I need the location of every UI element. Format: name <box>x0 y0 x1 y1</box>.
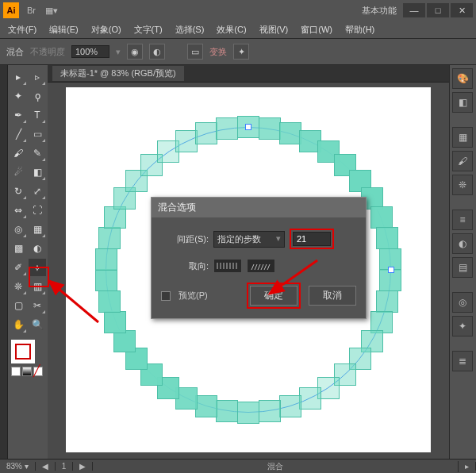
orientation-label: 取向: <box>161 260 209 272</box>
free-transform-tool[interactable]: ⛶ <box>29 202 46 219</box>
brushes-panel-icon[interactable]: 🖌 <box>452 151 473 171</box>
line-tool[interactable]: ╱ <box>10 125 27 143</box>
status-tool: 混合 <box>93 461 459 472</box>
anchor-right[interactable] <box>388 267 394 273</box>
close-button[interactable]: ✕ <box>451 3 473 17</box>
document-tab-bar: 未标题-1* @ 83% (RGB/预览) <box>48 65 449 83</box>
arrange-icon[interactable]: ▦▾ <box>42 4 61 17</box>
bridge-icon[interactable]: Br <box>24 4 39 17</box>
menu-file[interactable]: 文件(F) <box>3 22 41 37</box>
cancel-button[interactable]: 取消 <box>309 286 356 306</box>
svg-line-10 <box>261 264 263 270</box>
preview-checkbox[interactable] <box>161 291 171 301</box>
annotation-value-highlight: 21 <box>290 229 334 249</box>
mesh-tool[interactable]: ▩ <box>10 240 27 257</box>
menu-window[interactable]: 窗口(W) <box>296 22 337 37</box>
selection-tool[interactable]: ▸ <box>10 68 27 86</box>
shape-builder-tool[interactable]: ◎ <box>10 221 27 238</box>
swatches-panel-icon[interactable]: ▦ <box>452 127 473 148</box>
perspective-grid-tool[interactable]: ▦ <box>29 221 46 238</box>
pencil-tool[interactable]: ✎ <box>29 144 46 162</box>
pen-tool[interactable]: ✒ <box>10 106 27 124</box>
document-tab[interactable]: 未标题-1* @ 83% (RGB/预览) <box>52 66 184 81</box>
menu-help[interactable]: 帮助(H) <box>340 22 379 37</box>
title-bar: Ai Br ▦▾ 基本功能 — □ ✕ <box>0 0 476 21</box>
scale-tool[interactable]: ⤢ <box>29 183 46 200</box>
gradient-mode-icon[interactable] <box>22 367 32 376</box>
workspace-switcher[interactable]: 基本功能 <box>362 5 397 17</box>
status-menu[interactable]: ▸ <box>459 462 476 471</box>
fill-stroke-swatch[interactable]: ╱ <box>10 338 46 378</box>
none-mode-icon[interactable]: ╱ <box>33 367 43 376</box>
orientation-align-page[interactable] <box>213 259 242 273</box>
spacing-value-input[interactable]: 21 <box>293 232 331 246</box>
artboard-tool[interactable]: ▢ <box>10 297 27 314</box>
slice-tool[interactable]: ✂ <box>29 297 46 314</box>
transform-icon[interactable]: ✦ <box>233 44 249 60</box>
symbol-sprayer-tool[interactable]: ❊ <box>10 278 27 295</box>
blend-step <box>299 387 321 410</box>
layers-panel-icon[interactable]: ≣ <box>452 351 473 371</box>
nav-next[interactable]: ▶ <box>73 462 93 471</box>
transform-label[interactable]: 变换 <box>209 46 227 58</box>
rectangle-tool[interactable]: ▭ <box>29 125 46 143</box>
stroke-panel-icon[interactable]: ≡ <box>452 210 473 230</box>
paintbrush-tool[interactable]: 🖌 <box>10 144 27 162</box>
anchor-top[interactable] <box>245 124 251 130</box>
gradient-panel-icon[interactable]: ◐ <box>452 233 473 254</box>
color-panel-icon[interactable]: 🎨 <box>452 68 473 89</box>
transparency-panel-icon[interactable]: ▤ <box>452 257 473 278</box>
symbols-panel-icon[interactable]: ❊ <box>452 175 473 195</box>
zoom-level[interactable]: 83% ▾ <box>0 462 36 471</box>
rotate-tool[interactable]: ↻ <box>10 183 27 200</box>
left-gutter <box>0 65 8 459</box>
svg-line-11 <box>264 264 267 270</box>
menu-effect[interactable]: 效果(C) <box>212 22 251 37</box>
graphic-styles-panel-icon[interactable]: ✦ <box>452 316 473 336</box>
direct-selection-tool[interactable]: ▹ <box>29 68 46 86</box>
blend-step <box>113 330 136 352</box>
spacing-mode-select[interactable]: 指定的步数 ▾ <box>213 231 285 248</box>
orientation-align-path[interactable] <box>247 259 275 273</box>
right-panel-dock: 🎨 ◧ ▦ 🖌 ❊ ≡ ◐ ▤ ◎ ✦ ≣ <box>449 65 476 459</box>
blend-step <box>98 290 121 313</box>
spacing-label: 间距(S): <box>161 233 209 245</box>
zoom-tool[interactable]: 🔍 <box>29 316 46 333</box>
menu-view[interactable]: 视图(V) <box>255 22 294 37</box>
opacity-input[interactable]: 100% <box>71 45 109 58</box>
blob-brush-tool[interactable]: ☄ <box>10 163 27 181</box>
nav-page[interactable]: 1 <box>56 462 74 471</box>
maximize-button[interactable]: □ <box>427 3 449 17</box>
eraser-tool[interactable]: ◧ <box>29 163 46 181</box>
menu-select[interactable]: 选择(S) <box>171 22 209 37</box>
annotation-tool-highlight <box>29 267 49 287</box>
tools-panel: ▸▹ ✦ϙ ✒T ╱▭ 🖌✎ ☄◧ ↻⤢ ⇔⛶ ◎▦ ▩◐ ✐⟡ ❊▥ ▢✂ ✋… <box>8 65 48 459</box>
nav-prev[interactable]: ◀ <box>36 462 56 471</box>
hand-tool[interactable]: ✋ <box>10 316 27 333</box>
blend-step <box>279 122 301 144</box>
align-icon[interactable]: ▭ <box>187 44 203 60</box>
style-icon[interactable]: ◉ <box>127 44 143 60</box>
appearance-panel-icon[interactable]: ◎ <box>452 292 473 313</box>
magic-wand-tool[interactable]: ✦ <box>10 87 27 105</box>
blend-step <box>259 400 281 422</box>
width-tool[interactable]: ⇔ <box>10 202 27 219</box>
lasso-tool[interactable]: ϙ <box>29 87 46 105</box>
eyedropper-tool[interactable]: ✐ <box>10 259 27 276</box>
recolor-icon[interactable]: ◐ <box>149 44 165 60</box>
blend-step <box>195 122 217 144</box>
minimize-button[interactable]: — <box>403 3 425 17</box>
app-logo: Ai <box>3 2 19 18</box>
color-mode-icon[interactable] <box>11 367 21 376</box>
svg-line-7 <box>251 264 254 270</box>
color-guide-panel-icon[interactable]: ◧ <box>452 92 473 113</box>
blend-step <box>175 130 198 152</box>
menu-object[interactable]: 对象(O) <box>86 22 126 37</box>
menu-type[interactable]: 文字(T) <box>129 22 167 37</box>
type-tool[interactable]: T <box>29 106 46 124</box>
gradient-tool[interactable]: ◐ <box>29 240 46 257</box>
ok-button[interactable]: 确定 <box>250 286 298 306</box>
menu-edit[interactable]: 编辑(E) <box>44 22 83 37</box>
blend-step <box>104 206 126 229</box>
menu-bar: 文件(F) 编辑(E) 对象(O) 文字(T) 选择(S) 效果(C) 视图(V… <box>0 21 476 38</box>
